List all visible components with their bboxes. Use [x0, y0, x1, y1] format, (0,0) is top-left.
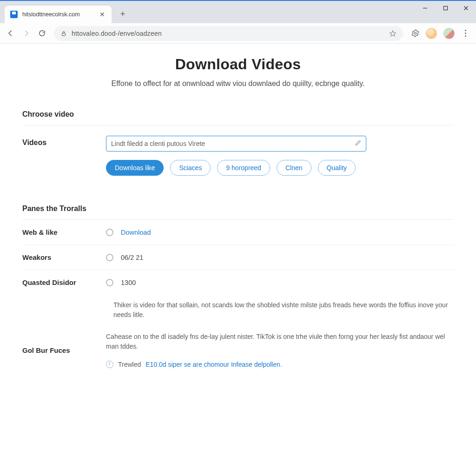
address-bar[interactable]: httovaleo.dood-/enve/oadzeen [54, 26, 403, 41]
chip-clnen[interactable]: Clnen [277, 160, 311, 176]
close-window-button[interactable] [456, 1, 476, 16]
svg-point-6 [414, 32, 416, 34]
svg-rect-1 [443, 7, 447, 10]
section-panes: Panes the Troralls [22, 198, 454, 220]
row-golbur: Gol Bur Fuces Cahease on to the dl isade… [22, 320, 454, 377]
chip-row: Downloas like Sciaces 9 horopreed Clnen … [106, 160, 454, 176]
bookmark-star-icon[interactable] [389, 30, 397, 37]
video-url-input[interactable]: Lindt filedd a clenti putous Virete [106, 136, 366, 152]
toolbar-right [409, 28, 472, 39]
form-card: Chroose video Videos Lindt filedd a clen… [22, 104, 454, 377]
extensions-icon[interactable] [411, 29, 419, 37]
svg-rect-4 [62, 33, 66, 35]
label-weakors: Weakors [22, 253, 106, 261]
chip-download-like[interactable]: Downloas like [106, 160, 164, 176]
section-choose-video: Chroose video [22, 104, 454, 126]
help-quasted: Thiker is video for that sollain, not sc… [113, 300, 454, 320]
new-tab-button[interactable]: + [116, 7, 129, 20]
minimize-button[interactable] [415, 1, 435, 16]
info-line: Trewled E10.0d siper se are chomour Infe… [106, 361, 454, 368]
radio-weakors[interactable] [106, 254, 113, 261]
menu-kebab-icon[interactable] [461, 30, 469, 37]
info-link[interactable]: E10.0d siper se are chomour Infease delp… [145, 361, 282, 368]
info-prefix: Trewled [118, 361, 141, 368]
radio-web-like[interactable] [106, 229, 113, 236]
window-controls [415, 1, 476, 16]
tab-title: hitslodttneecolrsk.com [22, 11, 99, 18]
page-title: Download Videos [22, 56, 454, 73]
value-weakors: 06/2 21 [121, 254, 143, 261]
row-videos: Videos Lindt filedd a clenti putous Vire… [22, 126, 454, 179]
forward-button[interactable] [20, 27, 33, 40]
help-golbur: Cahease on to the dl isadely fns de-lay … [106, 332, 454, 351]
edit-icon[interactable] [355, 140, 361, 147]
toolbar: httovaleo.dood-/enve/oadzeen [0, 23, 476, 44]
secondary-avatar-icon[interactable] [443, 28, 455, 39]
page-subtitle: Effone to offect for at onwnload witw vi… [22, 79, 454, 88]
profile-avatar-icon[interactable] [426, 28, 437, 39]
favicon-icon [10, 11, 18, 18]
browser-tab[interactable]: hitslodttneecolrsk.com ✕ [5, 6, 112, 23]
label-golbur: Gol Bur Fuces [22, 346, 106, 354]
chip-horopreed[interactable]: 9 horopreed [217, 160, 270, 176]
label-quasted: Quasted Disidor [22, 278, 106, 286]
hero: Download Videos Effone to offect for at … [22, 56, 454, 88]
row-quasted: Quasted Disidor 1300 [22, 270, 454, 295]
value-quasted: 1300 [121, 279, 136, 286]
chip-quality[interactable]: Quality [318, 160, 356, 176]
row-web-like: Web & like Download [22, 220, 454, 245]
reload-button[interactable] [35, 27, 48, 40]
video-url-value: Lindt filedd a clenti putous Virete [111, 140, 205, 147]
info-icon [106, 361, 113, 368]
url-text: httovaleo.dood-/enve/oadzeen [72, 30, 389, 37]
browser-chrome: hitslodttneecolrsk.com ✕ + htto [0, 0, 476, 44]
lock-icon [60, 30, 67, 37]
title-bar: hitslodttneecolrsk.com ✕ + [0, 0, 476, 23]
chip-sciaces[interactable]: Sciaces [170, 160, 211, 176]
label-web-like: Web & like [22, 228, 106, 236]
maximize-button[interactable] [435, 1, 456, 16]
page-content: Download Videos Effone to offect for at … [0, 44, 476, 395]
row-weakors: Weakors 06/2 21 [22, 245, 454, 270]
row-label-videos: Videos [22, 136, 106, 147]
radio-quasted[interactable] [106, 279, 113, 286]
close-tab-icon[interactable]: ✕ [99, 11, 106, 18]
value-web-like[interactable]: Download [121, 229, 151, 236]
back-button[interactable] [4, 27, 17, 40]
svg-marker-5 [390, 31, 396, 36]
